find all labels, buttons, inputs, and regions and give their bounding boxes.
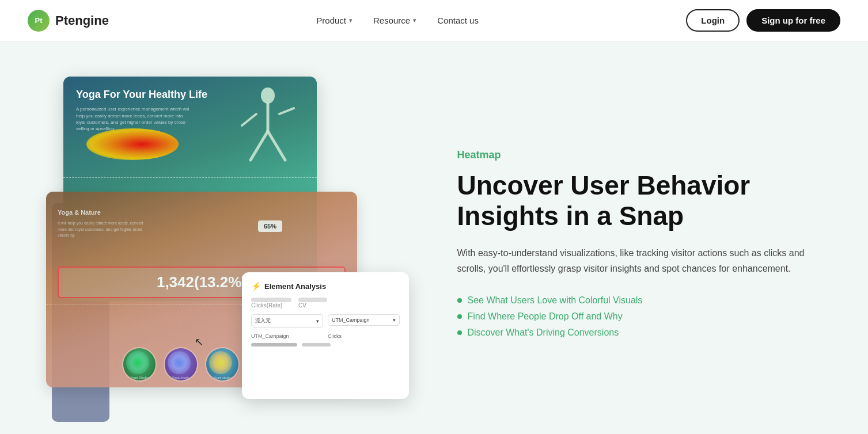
clicks-label: Clicks(Rate) [251,302,291,309]
yoga-circle-2: Yoga studio [164,347,198,382]
dashed-line [63,177,317,178]
panel-cell-bar-2 [302,343,331,347]
chevron-down-icon: ▾ [349,17,352,24]
campaign-col: UTM_Campaign ▾ [328,314,400,328]
hero-content: Heatmap Uncover User Behavior Insights i… [434,41,869,434]
panel-bar-group-1: Clicks(Rate) [251,298,291,309]
svg-line-3 [268,131,285,160]
hero-section: Yoga For Your Healthy Life A personalize… [0,41,868,434]
cursor-icon: ↖ [195,336,203,348]
signup-button[interactable]: Sign up for free [746,9,840,32]
nav-actions: Login Sign up for free [686,9,840,32]
chevron-down-icon: ▾ [413,17,416,24]
svg-line-5 [279,108,294,114]
brand-name: Ptengine [55,13,109,28]
bullet-dot-3 [457,330,462,335]
illustration-wrapper: Yoga For Your Healthy Life A personalize… [46,77,392,399]
yoga-circle-1: Yoga Studio [122,347,157,382]
yoga-nature-label: Yoga & Nature [58,209,101,216]
chevron-down-icon: ▾ [393,317,396,323]
bullet-3: Discover What's Driving Conversions [457,328,822,338]
cv-label: CV [298,302,327,309]
svg-line-4 [242,114,256,125]
hero-description: With easy-to-understand visualizations, … [457,245,822,276]
panel-bars-row: Clicks(Rate) CV [251,298,400,309]
login-button[interactable]: Login [686,9,740,32]
source-select[interactable]: 流入元 ▾ [251,314,323,328]
logo-icon: Pt [28,10,50,32]
nav-resource[interactable]: Resource ▾ [373,16,416,25]
hero-bullets: See What Users Love with Colorful Visual… [457,295,822,338]
yoga-circle-3: Yoga studio [205,347,240,382]
percentage-badge: 65% [258,220,282,232]
bullet-link-3[interactable]: Discover What's Driving Conversions [468,328,619,338]
panel-cell-label: UTM_Campaign [251,333,323,339]
panel-cell-value: Clicks [328,333,400,339]
svg-line-2 [251,131,268,160]
campaign-select[interactable]: UTM_Campaign ▾ [328,314,400,326]
chevron-down-icon: ▾ [316,318,319,324]
bullet-dot-2 [457,314,462,319]
panel-table-row-1: UTM_Campaign Clicks [251,333,400,339]
panel-cell-bar-1 [251,343,297,347]
yoga-figure [236,85,300,177]
hero-title: Uncover User Behavior Insights in a Snap [457,170,822,231]
bullet-1: See What Users Love with Colorful Visual… [457,295,822,306]
hero-illustration: Yoga For Your Healthy Life A personalize… [0,41,434,434]
svg-point-0 [261,87,275,104]
bullet-link-1[interactable]: See What Users Love with Colorful Visual… [468,295,643,306]
nav-links: Product ▾ Resource ▾ Contact us [316,16,479,25]
yoga-desc-text: It will help you easily attract more lea… [58,220,150,239]
panel-icon: ⚡ [251,281,261,291]
nav-product[interactable]: Product ▾ [316,16,352,25]
heatmap-blob [86,128,179,160]
source-col: 流入元 ▾ [251,314,323,328]
panel-bar-2 [298,298,327,302]
panel-selects-row: 流入元 ▾ UTM_Campaign ▾ [251,314,400,328]
navbar: Pt Ptengine Product ▾ Resource ▾ Contact… [0,0,868,41]
hero-tag: Heatmap [457,149,822,161]
element-analysis-panel: ⚡ Element Analysis Clicks(Rate) CV [242,272,409,399]
bullet-dot-1 [457,298,462,303]
bullet-2: Find Where People Drop Off and Why [457,311,822,322]
bullet-link-2[interactable]: Find Where People Drop Off and Why [468,311,623,322]
panel-bar-1 [251,298,291,302]
panel-table-row-2 [251,341,400,347]
nav-contact[interactable]: Contact us [437,16,479,25]
panel-bar-group-2: CV [298,298,327,309]
logo[interactable]: Pt Ptengine [28,10,109,32]
panel-title: ⚡ Element Analysis [251,281,400,291]
